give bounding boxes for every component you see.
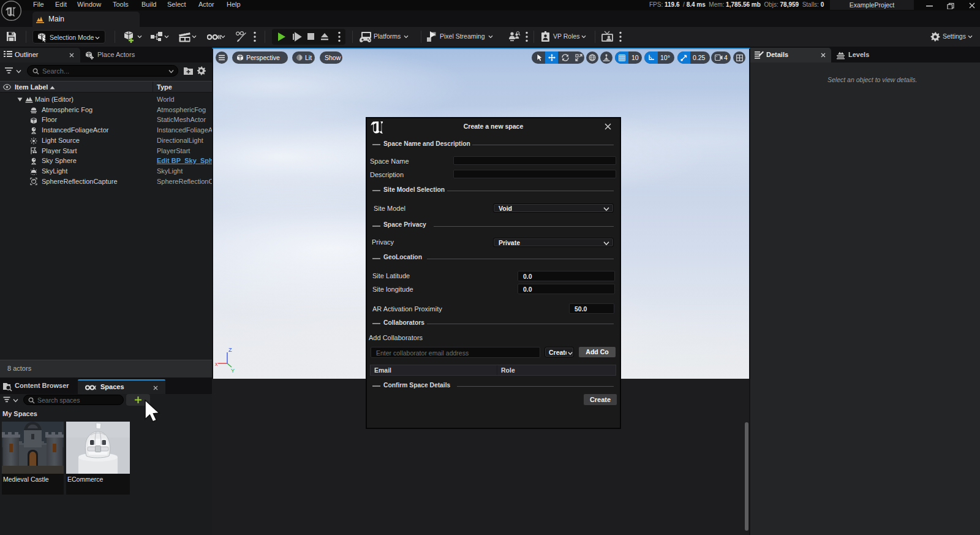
svg-text:x: x	[215, 361, 218, 367]
svg-text:Y: Y	[231, 368, 235, 373]
svg-text:Z: Z	[228, 347, 232, 353]
